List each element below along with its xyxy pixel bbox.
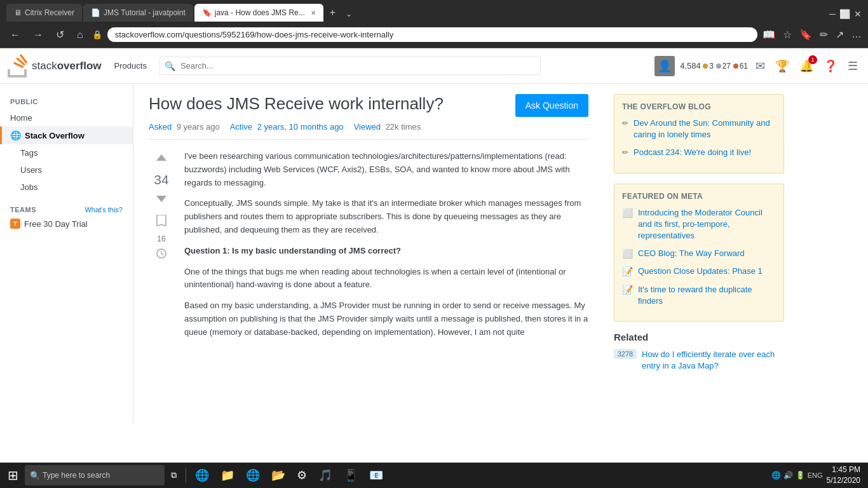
tags-label: Tags [20, 148, 37, 158]
bookmark-button[interactable] [154, 212, 169, 232]
blog-link-0[interactable]: Dev Around the Sun: Community and caring… [634, 118, 776, 140]
downvote-button[interactable] [153, 190, 170, 210]
bronze-badge-dot [733, 64, 738, 69]
upvote-button[interactable] [153, 150, 170, 170]
bronze-badge-count: 61 [740, 62, 748, 71]
silver-badge-count: 27 [722, 62, 731, 71]
menu-icon[interactable]: ☰ [845, 57, 860, 76]
meta-item-1: ⬜ CEO Blog: The Way Forward [622, 248, 776, 259]
meta-title: Featured on Meta [622, 192, 776, 201]
question-title: How does JMS Receive work internally? [149, 94, 505, 114]
minimize-button[interactable]: ─ [829, 9, 836, 19]
so-logo-text: stackoverflow [32, 60, 102, 72]
teams-section-label: TEAMS [10, 206, 36, 214]
para-4: Based on my basic understanding, a JMS P… [184, 299, 588, 339]
new-tab-button[interactable]: + [325, 4, 341, 22]
forward-button[interactable]: → [29, 27, 47, 43]
meta-item-2: 📝 Question Close Updates: Phase 1 [622, 266, 776, 277]
back-button[interactable]: ← [6, 27, 24, 43]
blog-link-1[interactable]: Podcast 234: We're doing it live! [634, 147, 751, 158]
pencil-icon-0: ✏ [622, 119, 628, 128]
tab-so-title: java - How does JMS Re... [215, 8, 305, 17]
notification-badge: 1 [808, 55, 817, 64]
reload-button[interactable]: ↺ [52, 26, 68, 43]
home-label: Home [10, 113, 32, 123]
meta-icon-3: 📝 [622, 285, 633, 295]
header-right: 👤 4,584 3 27 61 ✉ 🏆 🔔 1 ❓ ☰ [654, 56, 860, 76]
meta-item-3: 📝 It's time to reward the duplicate find… [622, 284, 776, 307]
asked-meta: Asked 9 years ago [149, 122, 220, 132]
inbox-icon[interactable]: ✉ [753, 57, 768, 76]
tab-list-button[interactable]: ⌄ [341, 6, 357, 22]
question-body: 34 16 I've been researching various comm… [149, 150, 588, 347]
home-button[interactable]: ⌂ [73, 27, 87, 43]
products-nav-link[interactable]: Products [109, 57, 152, 74]
meta-link-1[interactable]: CEO Blog: The Way Forward [638, 248, 745, 259]
meta-icon-1: ⬜ [622, 248, 633, 259]
related-box: Related 3278 How do I efficiently iterat… [614, 332, 784, 372]
tab-stackoverflow-active[interactable]: 🔖 java - How does JMS Re... ✕ [194, 4, 323, 22]
gold-badge-count: 3 [709, 62, 714, 71]
gold-badge-dot [703, 64, 708, 69]
meta-link-2[interactable]: Question Close Updates: Phase 1 [638, 266, 763, 277]
para-1: Conceptually, JMS sounds simple. My take… [184, 197, 588, 236]
javatpoint-favicon: 📄 [91, 8, 100, 17]
so-tab-favicon: 🔖 [202, 8, 212, 17]
para-0: I've been researching various communicat… [184, 150, 588, 189]
help-icon[interactable]: ❓ [821, 57, 840, 76]
tab-jms-javatpoint[interactable]: 📄 JMS Tutorial - javatpoint [83, 4, 193, 22]
users-label: Users [20, 165, 42, 175]
content-area: How does JMS Receive work internally? As… [133, 84, 604, 423]
pen-icon[interactable]: ✏ [820, 29, 828, 41]
sidebar-item-stackoverflow[interactable]: 🌐 Stack Overflow [0, 126, 133, 144]
sidebar-section-public: PUBLIC [0, 94, 133, 109]
sidebar-item-users[interactable]: Users [0, 161, 133, 179]
vote-count: 34 [154, 172, 168, 187]
meta-link-3[interactable]: It's time to reward the duplicate finder… [638, 284, 776, 307]
sidebar-item-home[interactable]: Home [0, 109, 133, 126]
overflow-blog-box: The Overflow Blog ✏ Dev Around the Sun: … [614, 94, 784, 173]
post-content: I've been researching various communicat… [184, 150, 588, 347]
blog-title: The Overflow Blog [622, 102, 776, 111]
meta-icon-0: ⬜ [622, 208, 633, 218]
sidebar-item-jobs[interactable]: Jobs [0, 179, 133, 196]
maximize-button[interactable]: ⬜ [839, 9, 850, 19]
active-link[interactable]: 2 years, 10 months ago [257, 122, 344, 132]
address-bar[interactable] [107, 27, 757, 42]
meta-link-0[interactable]: Introducing the Moderator Council and it… [638, 207, 776, 242]
history-button[interactable] [154, 246, 169, 264]
citrix-favicon: 🖥 [14, 8, 22, 17]
sidebar-item-tags[interactable]: Tags [0, 144, 133, 161]
ask-question-button[interactable]: Ask Question [515, 94, 588, 117]
achievements-icon[interactable]: 🏆 [773, 57, 792, 76]
bookmark-count: 16 [157, 234, 165, 243]
search-input[interactable] [159, 57, 541, 75]
share-icon[interactable]: ↗ [836, 29, 844, 41]
tab-close-icon[interactable]: ✕ [311, 10, 316, 17]
lock-icon: 🔒 [92, 30, 102, 39]
jobs-label: Jobs [20, 182, 37, 192]
so-logo[interactable]: stackoverflow [8, 54, 102, 78]
teams-whats-this-link[interactable]: What's this? [85, 206, 123, 214]
para-3: One of the things that bugs me when read… [184, 266, 588, 292]
tab-citrix[interactable]: 🖥 Citrix Receiver [6, 4, 82, 22]
teams-trial-label: Free 30 Day Trial [24, 219, 88, 229]
tab-javatpoint-title: JMS Tutorial - javatpoint [104, 8, 186, 17]
related-item-0: 3278 How do I efficiently iterate over e… [614, 349, 784, 372]
avatar[interactable]: 👤 [654, 56, 675, 76]
close-window-button[interactable]: ✕ [854, 9, 862, 19]
reader-view-icon[interactable]: 📖 [763, 29, 775, 41]
so-globe-icon: 🌐 [10, 130, 21, 140]
settings-dots-icon[interactable]: … [851, 29, 862, 41]
teams-free-trial-item[interactable]: T Free 30 Day Trial [10, 214, 123, 234]
pencil-icon-1: ✏ [622, 148, 628, 157]
bookmark-star-icon[interactable]: ☆ [783, 29, 792, 41]
asked-value: 9 years ago [177, 122, 220, 132]
right-sidebar: The Overflow Blog ✏ Dev Around the Sun: … [604, 84, 794, 423]
collections-icon[interactable]: 🔖 [799, 29, 812, 41]
tab-citrix-title: Citrix Receiver [25, 8, 74, 17]
meta-item-0: ⬜ Introducing the Moderator Council and … [622, 207, 776, 242]
notifications-icon[interactable]: 🔔 1 [797, 57, 816, 76]
reputation-score: 4,584 3 27 61 [680, 61, 748, 71]
related-link-0[interactable]: How do I efficiently iterate over each e… [642, 349, 784, 372]
